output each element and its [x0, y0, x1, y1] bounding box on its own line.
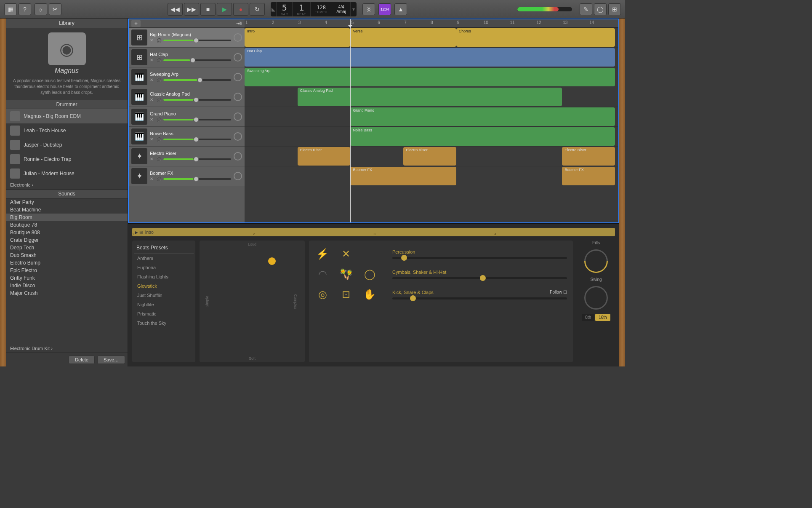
volume-slider[interactable] — [163, 119, 231, 120]
track-filter-button[interactable]: ⇥ᛤ — [236, 21, 242, 26]
region[interactable]: Electro Riser — [403, 147, 456, 166]
drummer-list-item[interactable]: Magnus - Big Room EDM — [6, 109, 128, 123]
sound-list-item[interactable]: Dub Smash — [6, 251, 128, 259]
playhead[interactable] — [350, 19, 351, 222]
preset-item[interactable]: Euphoria — [134, 263, 194, 272]
forward-button[interactable]: ▶▶ — [184, 3, 199, 16]
help-button[interactable]: ? — [19, 3, 31, 15]
pan-knob[interactable] — [234, 172, 242, 180]
pan-knob[interactable] — [234, 112, 242, 121]
pan-knob[interactable] — [234, 73, 242, 81]
preset-item[interactable]: Glowstick — [134, 281, 194, 291]
sound-list-item[interactable]: Indie Disco — [6, 282, 128, 289]
kit-breadcrumb[interactable]: Electronic Drum Kit › — [6, 344, 128, 353]
track-header[interactable]: ✦Boomer FX✕🎧 — [129, 166, 245, 186]
pan-knob[interactable] — [234, 53, 242, 61]
mute-icon[interactable]: ✕ — [150, 58, 155, 63]
notepad-button[interactable]: ✎ — [580, 3, 592, 15]
loops-button[interactable]: ◯ — [594, 3, 607, 15]
preset-item[interactable]: Nightlife — [134, 300, 194, 309]
headphones-icon[interactable]: 🎧 — [157, 137, 162, 142]
mute-icon[interactable]: ✕ — [150, 78, 155, 83]
pan-knob[interactable] — [234, 132, 242, 141]
mute-icon[interactable]: ✕ — [150, 176, 155, 182]
track-header[interactable]: 🎹Grand Piano✕🎧 — [129, 107, 245, 127]
drum-piece-icon[interactable]: ◎ — [315, 287, 330, 302]
preset-item[interactable]: Touch the Sky — [134, 318, 194, 328]
play-button[interactable]: ▶ — [217, 3, 232, 16]
mute-icon[interactable]: ✕ — [150, 137, 155, 142]
timeline-ruler[interactable]: 1234567891011121314 — [245, 19, 618, 28]
swing-knob[interactable] — [584, 286, 608, 310]
sound-list-item[interactable]: Electro Bump — [6, 259, 128, 267]
record-button[interactable]: ● — [233, 3, 248, 16]
region[interactable]: Verse — [350, 28, 456, 47]
region[interactable]: Boomer FX — [350, 167, 456, 185]
add-track-button[interactable]: + — [131, 20, 141, 27]
region[interactable]: Classic Analog Pad — [298, 88, 562, 106]
sound-list-item[interactable]: Big Room — [6, 214, 128, 221]
headphones-icon[interactable]: 🎧 — [157, 58, 162, 63]
count-in-button[interactable]: 1234 — [378, 3, 391, 15]
cycle-button[interactable]: ↻ — [250, 3, 265, 16]
region[interactable]: Chorus — [456, 28, 615, 47]
delete-button[interactable]: Delete — [69, 356, 95, 364]
drum-piece-icon[interactable]: ⊡ — [338, 287, 354, 302]
mute-icon[interactable]: ✕ — [150, 38, 155, 43]
genre-breadcrumb[interactable]: Electronic › — [6, 181, 128, 189]
pan-knob[interactable] — [234, 152, 242, 160]
mute-icon[interactable]: ✕ — [150, 157, 155, 162]
drum-piece-icon[interactable]: ◠ — [315, 267, 330, 282]
quicksample-button[interactable]: ☼ — [35, 3, 47, 15]
drummer-list-item[interactable]: Julian - Modern House — [6, 166, 128, 181]
sound-list-item[interactable]: Deep Tech — [6, 244, 128, 251]
sound-list-item[interactable]: Crate Digger — [6, 236, 128, 244]
region[interactable]: Electro Riser — [562, 147, 615, 166]
sound-list-item[interactable]: Boutique 78 — [6, 221, 128, 229]
pan-knob[interactable] — [234, 33, 242, 42]
drummer-list-item[interactable]: Ronnie - Electro Trap — [6, 152, 128, 166]
media-button[interactable]: ⊞ — [608, 3, 621, 15]
sound-list-item[interactable]: Gritty Funk — [6, 274, 128, 282]
stop-button[interactable]: ■ — [200, 3, 216, 16]
drum-piece-icon[interactable]: ⚡ — [315, 246, 330, 262]
regions-area[interactable]: IntroVerseChorusHat ClapSweeping ArpClas… — [245, 28, 618, 222]
volume-slider[interactable] — [163, 139, 231, 140]
volume-slider[interactable] — [163, 59, 231, 61]
sixteenth-note-button[interactable]: 16th — [595, 314, 610, 321]
sound-list-item[interactable]: Epic Electro — [6, 267, 128, 274]
library-toggle-button[interactable]: ▦ — [4, 3, 17, 15]
track-header[interactable]: 🎹Sweeping Arp✕🎧 — [129, 67, 245, 87]
region[interactable]: Sweeping Arp — [245, 68, 615, 86]
sound-list-item[interactable]: After Party — [6, 198, 128, 206]
preset-item[interactable]: Just Shufflin — [134, 291, 194, 300]
timeline[interactable]: 1234567891011121314 IntroVerseChorusHat … — [245, 19, 618, 222]
region[interactable]: Hat Clap — [245, 48, 615, 67]
headphones-icon[interactable]: 🎧 — [157, 157, 162, 162]
volume-slider[interactable] — [163, 178, 231, 180]
drum-piece-icon[interactable]: 🪇 — [338, 267, 354, 282]
fills-knob[interactable] — [579, 244, 612, 278]
volume-slider[interactable] — [163, 79, 231, 81]
xy-pad[interactable]: Loud Soft Simple Complex — [200, 241, 305, 362]
headphones-icon[interactable]: 🎧 — [157, 38, 162, 43]
region[interactable]: Boomer FX — [562, 167, 615, 185]
pan-knob[interactable] — [234, 93, 242, 101]
drummer-list-item[interactable]: Jasper - Dubstep — [6, 138, 128, 152]
preset-item[interactable]: Anthem — [134, 254, 194, 263]
headphones-icon[interactable]: 🎧 — [157, 176, 162, 182]
track-header[interactable]: ⊞Hat Clap✕🎧 — [129, 48, 245, 67]
headphones-icon[interactable]: 🎧 — [157, 97, 162, 102]
follow-toggle[interactable]: Follow ☐ — [550, 290, 567, 294]
metronome-button[interactable]: ▲ — [394, 3, 407, 15]
drum-slider[interactable] — [392, 257, 567, 259]
headphones-icon[interactable]: 🎧 — [157, 78, 162, 83]
volume-slider[interactable] — [163, 99, 231, 101]
track-header[interactable]: 🎹Noise Bass✕🎧 — [129, 127, 245, 147]
scissors-button[interactable]: ✂ — [49, 3, 61, 15]
volume-slider[interactable] — [163, 40, 231, 41]
drum-piece-icon[interactable]: ✕ — [338, 246, 354, 262]
preset-item[interactable]: Flashing Lights — [134, 272, 194, 281]
region[interactable]: Noise Bass — [350, 127, 615, 146]
drummer-list-item[interactable]: Leah - Tech House — [6, 123, 128, 138]
